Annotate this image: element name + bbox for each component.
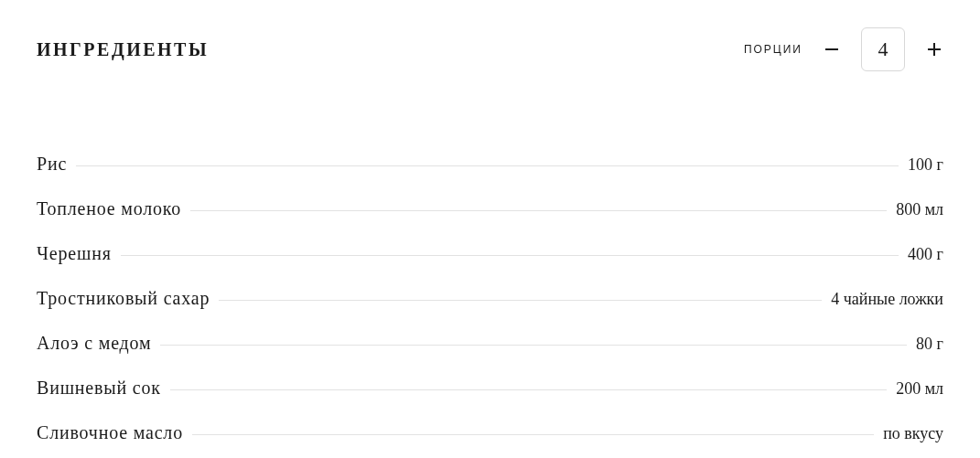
- divider-line: [76, 165, 899, 166]
- svg-rect-0: [825, 48, 838, 50]
- ingredient-row: Вишневый сок 200 мл: [37, 378, 943, 399]
- ingredient-row: Рис 100 г: [37, 154, 943, 175]
- portions-control: ПОРЦИИ 4: [744, 27, 943, 71]
- ingredient-row: Черешня 400 г: [37, 243, 943, 264]
- ingredient-amount: 200 мл: [896, 379, 943, 399]
- ingredient-name[interactable]: Алоэ с медом: [37, 333, 151, 354]
- ingredient-name[interactable]: Сливочное масло: [37, 422, 183, 443]
- ingredients-list: Рис 100 г Топленое молоко 800 мл Черешня…: [37, 154, 943, 443]
- divider-line: [170, 389, 887, 390]
- portions-decrease-button[interactable]: [823, 40, 841, 59]
- ingredient-amount: 4 чайные ложки: [831, 290, 943, 309]
- divider-line: [160, 345, 907, 346]
- minus-icon: [824, 42, 839, 57]
- svg-rect-2: [933, 43, 935, 56]
- ingredient-row: Топленое молоко 800 мл: [37, 198, 943, 219]
- divider-line: [190, 210, 887, 211]
- ingredient-row: Тростниковый сахар 4 чайные ложки: [37, 288, 943, 309]
- divider-line: [219, 300, 822, 301]
- ingredient-name[interactable]: Топленое молоко: [37, 198, 181, 219]
- portions-label: ПОРЦИИ: [744, 43, 802, 56]
- ingredient-amount: 100 г: [908, 155, 943, 175]
- ingredient-amount: 80 г: [916, 335, 943, 354]
- portions-increase-button[interactable]: [925, 40, 943, 59]
- ingredient-name[interactable]: Рис: [37, 154, 67, 175]
- ingredients-header: ИНГРЕДИЕНТЫ ПОРЦИИ 4: [37, 27, 943, 71]
- plus-icon: [927, 42, 942, 57]
- ingredient-amount: 800 мл: [896, 200, 943, 219]
- ingredient-row: Алоэ с медом 80 г: [37, 333, 943, 354]
- ingredient-name[interactable]: Черешня: [37, 243, 112, 264]
- divider-line: [121, 255, 899, 256]
- ingredient-amount: по вкусу: [883, 424, 943, 443]
- ingredient-name[interactable]: Вишневый сок: [37, 378, 161, 399]
- ingredient-amount: 400 г: [908, 245, 943, 264]
- portions-value[interactable]: 4: [861, 27, 905, 71]
- section-title: ИНГРЕДИЕНТЫ: [37, 39, 209, 60]
- ingredient-row: Сливочное масло по вкусу: [37, 422, 943, 443]
- ingredient-name[interactable]: Тростниковый сахар: [37, 288, 210, 309]
- divider-line: [192, 434, 874, 435]
